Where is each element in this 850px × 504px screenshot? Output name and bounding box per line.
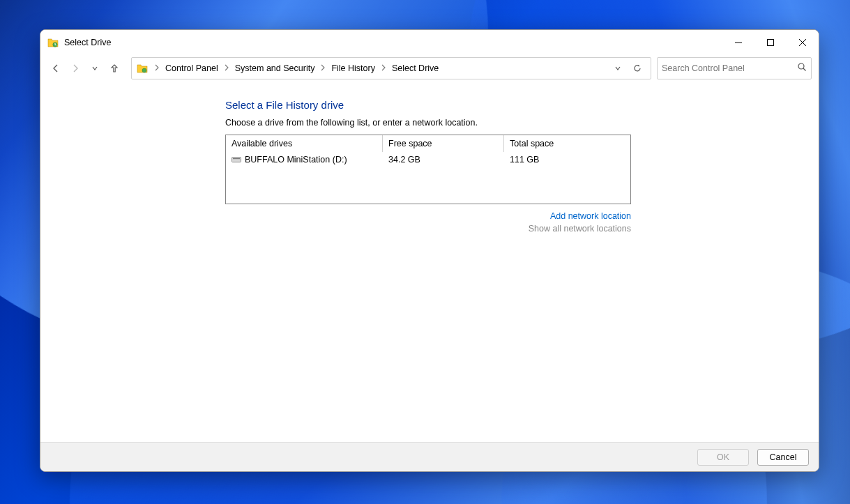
up-button[interactable] — [106, 60, 123, 77]
window-title: Select Drive — [64, 38, 111, 47]
window-controls — [722, 30, 819, 55]
drive-name-cell: BUFFALO MiniStation (D:) — [226, 155, 383, 165]
page-heading: Select a File History drive — [225, 99, 631, 111]
search-input[interactable] — [662, 63, 797, 73]
hard-drive-icon — [232, 157, 241, 162]
breadcrumb-select-drive[interactable]: Select Drive — [389, 61, 441, 75]
table-row[interactable]: BUFFALO MiniStation (D:) 34.2 GB 111 GB — [226, 152, 630, 167]
ok-button[interactable]: OK — [697, 449, 749, 466]
page-subtext: Choose a drive from the following list, … — [225, 118, 631, 128]
minimize-button[interactable] — [722, 30, 754, 55]
chevron-right-icon[interactable] — [379, 63, 388, 73]
show-all-network-locations-link[interactable]: Show all network locations — [225, 224, 631, 234]
cancel-button[interactable]: Cancel — [757, 449, 809, 466]
command-bar: OK Cancel — [40, 442, 819, 471]
svg-rect-9 — [233, 158, 240, 159]
svg-point-5 — [142, 68, 146, 72]
column-header-drives[interactable]: Available drives — [226, 135, 383, 152]
address-history-button[interactable] — [609, 59, 627, 77]
breadcrumb-system-security[interactable]: System and Security — [232, 61, 318, 75]
close-button[interactable] — [787, 30, 819, 55]
column-header-total[interactable]: Total space — [504, 135, 630, 152]
content-area: Select a File History drive Choose a dri… — [40, 81, 819, 442]
svg-rect-2 — [768, 40, 774, 46]
search-icon[interactable] — [797, 62, 807, 75]
breadcrumb-control-panel[interactable]: Control Panel — [162, 61, 221, 75]
drive-total-cell: 111 GB — [504, 155, 630, 165]
titlebar[interactable]: Select Drive — [40, 30, 819, 55]
breadcrumb-file-history[interactable]: File History — [328, 61, 378, 75]
back-button[interactable] — [47, 60, 64, 77]
column-header-free[interactable]: Free space — [383, 135, 504, 152]
address-bar[interactable]: Control Panel System and Security File H… — [131, 57, 651, 79]
select-drive-window: Select Drive — [40, 29, 819, 472]
svg-rect-8 — [232, 158, 241, 162]
add-network-location-link[interactable]: Add network location — [225, 211, 631, 221]
svg-line-7 — [803, 68, 806, 71]
file-history-icon — [47, 37, 59, 48]
drive-name: BUFFALO MiniStation (D:) — [245, 155, 347, 165]
maximize-button[interactable] — [754, 30, 787, 55]
search-box[interactable] — [657, 57, 812, 79]
control-panel-icon — [136, 62, 149, 75]
table-header: Available drives Free space Total space — [226, 135, 630, 152]
refresh-button[interactable] — [628, 59, 646, 77]
forward-button[interactable] — [67, 60, 84, 77]
chevron-right-icon[interactable] — [319, 63, 327, 73]
navigation-row: Control Panel System and Security File H… — [40, 55, 819, 81]
svg-point-6 — [798, 63, 804, 69]
recent-locations-button[interactable] — [86, 60, 103, 77]
drive-table: Available drives Free space Total space … — [225, 135, 631, 204]
drive-free-cell: 34.2 GB — [383, 155, 504, 165]
chevron-right-icon[interactable] — [153, 63, 161, 73]
chevron-right-icon[interactable] — [222, 63, 231, 73]
